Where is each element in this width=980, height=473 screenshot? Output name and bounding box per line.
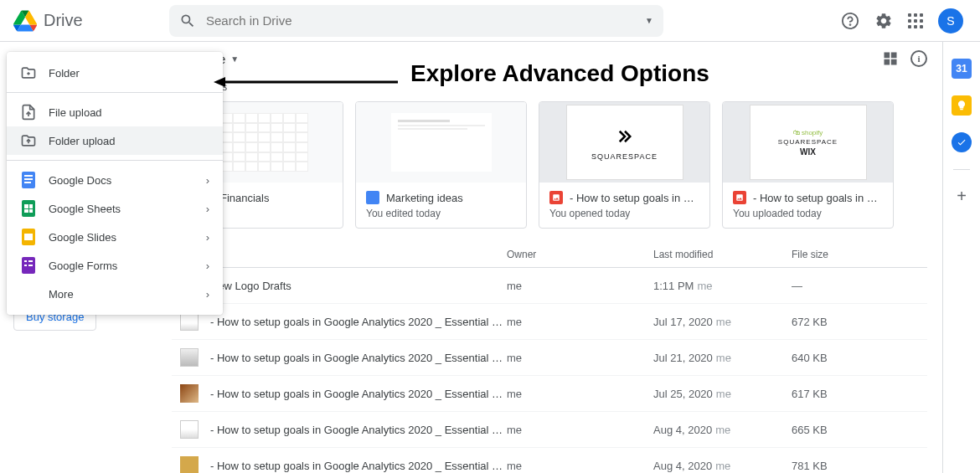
app-header: Drive ▼ S <box>0 0 980 42</box>
none-icon <box>20 285 37 302</box>
sheets-icon <box>20 200 37 217</box>
table-body: New Logo Draftsme1:11 PMme—- How to setu… <box>172 268 927 473</box>
chevron-down-icon: ▼ <box>230 54 239 64</box>
file-table: Name ↑ Owner Last modified File size New… <box>172 244 927 473</box>
file-size: 617 KB <box>792 388 884 400</box>
menu-item-google-forms[interactable]: Google Forms› <box>7 251 223 280</box>
file-size: 672 KB <box>792 316 884 328</box>
chevron-right-icon: › <box>206 231 209 244</box>
view-actions: i <box>882 50 927 67</box>
info-icon[interactable]: i <box>910 50 927 67</box>
file-type-icon <box>180 456 199 473</box>
file-size: — <box>792 280 884 292</box>
file-size: 665 KB <box>792 424 884 436</box>
svg-point-1 <box>850 24 851 25</box>
image-icon <box>549 191 563 204</box>
search-input[interactable] <box>206 13 635 28</box>
file-owner: me <box>507 316 653 328</box>
card-title: - How to setup goals in Google... <box>570 192 699 204</box>
card-thumbnail: 🛍 shopifySQUARESPACEWIX <box>723 102 893 183</box>
chevron-right-icon: › <box>206 288 209 301</box>
menu-item-label: Google Sheets <box>49 203 121 215</box>
add-panel-icon[interactable]: + <box>957 187 967 206</box>
docs-icon <box>20 172 37 188</box>
card-subtitle: You uploaded today <box>733 208 883 219</box>
calendar-icon[interactable]: 31 <box>952 59 972 79</box>
file-upload-icon <box>20 104 37 121</box>
file-owner: me <box>507 388 653 400</box>
file-name: - How to setup goals in Google Analytics… <box>210 424 507 436</box>
menu-item-label: Folder upload <box>49 135 116 147</box>
menu-item-label: Folder <box>49 67 80 80</box>
search-options-icon[interactable]: ▼ <box>645 16 653 25</box>
file-modified: Aug 4, 2020me <box>653 460 792 472</box>
apps-grid-icon[interactable] <box>908 13 923 28</box>
image-icon <box>733 191 746 204</box>
settings-icon[interactable] <box>874 12 893 30</box>
logo-area[interactable]: Drive <box>10 9 169 33</box>
search-bar[interactable]: ▼ <box>169 5 663 37</box>
card-subtitle: You edited today <box>366 208 516 219</box>
menu-item-folder-upload[interactable]: Folder upload <box>7 126 223 155</box>
file-type-icon <box>180 420 199 439</box>
file-row[interactable]: - How to setup goals in Google Analytics… <box>172 340 927 376</box>
header-modified[interactable]: Last modified <box>653 249 792 262</box>
slides-icon <box>20 229 37 245</box>
file-name: - How to setup goals in Google Analytics… <box>210 388 507 400</box>
chevron-right-icon: › <box>206 203 209 215</box>
menu-item-label: More <box>49 288 74 301</box>
grid-view-icon[interactable] <box>882 50 899 67</box>
header-actions: S <box>841 8 970 33</box>
menu-item-google-docs[interactable]: Google Docs› <box>7 166 223 194</box>
menu-item-file-upload[interactable]: File upload <box>7 98 223 126</box>
file-size: 640 KB <box>792 352 884 364</box>
svg-marker-7 <box>214 77 225 87</box>
app-name: Drive <box>44 11 83 30</box>
tasks-icon[interactable] <box>952 132 972 152</box>
quick-access-row: leo Financialsl todayMarketing ideasYou … <box>172 101 927 229</box>
keep-icon[interactable] <box>952 95 972 116</box>
side-panel: 31 + <box>943 42 980 473</box>
file-owner: me <box>507 352 653 364</box>
folder-new-icon <box>20 64 37 81</box>
file-modified: Jul 21, 2020me <box>653 352 792 364</box>
menu-item-google-slides[interactable]: Google Slides› <box>7 223 223 251</box>
file-owner: me <box>507 460 653 472</box>
card-thumbnail <box>356 102 526 183</box>
file-row[interactable]: - How to setup goals in Google Analytics… <box>172 412 927 448</box>
file-name: - How to setup goals in Google Analytics… <box>210 316 507 328</box>
menu-item-label: Google Slides <box>49 231 116 244</box>
card-subtitle: You opened today <box>549 208 699 219</box>
file-type-icon <box>180 384 199 403</box>
file-type-icon <box>180 312 199 331</box>
card-title: - How to setup goals in Google... <box>753 192 883 204</box>
annotation-text: Explore Advanced Options <box>410 60 709 87</box>
file-row[interactable]: - How to setup goals in Google Analytics… <box>172 304 927 340</box>
menu-item-label: Google Docs <box>49 174 111 187</box>
forms-icon <box>20 257 37 274</box>
file-type-icon <box>180 348 199 367</box>
menu-item-more[interactable]: More› <box>7 280 223 308</box>
header-size[interactable]: File size <box>792 249 884 262</box>
header-owner[interactable]: Owner <box>507 249 653 262</box>
card-thumbnail: SQUARESPACE <box>539 102 709 183</box>
menu-item-google-sheets[interactable]: Google Sheets› <box>7 194 223 223</box>
file-modified: Jul 17, 2020me <box>653 316 792 328</box>
file-name: - How to setup goals in Google Analytics… <box>210 352 507 364</box>
annotation-arrow-icon <box>214 74 398 90</box>
menu-item-label: Google Forms <box>49 260 117 272</box>
help-icon[interactable] <box>841 12 859 30</box>
card-title: Marketing ideas <box>386 192 463 204</box>
file-modified: 1:11 PMme <box>653 280 792 292</box>
file-modified: Jul 25, 2020me <box>653 388 792 400</box>
file-row[interactable]: - How to setup goals in Google Analytics… <box>172 448 927 473</box>
table-header: Name ↑ Owner Last modified File size <box>172 244 927 268</box>
user-avatar[interactable]: S <box>938 8 963 33</box>
menu-item-folder[interactable]: Folder <box>7 59 223 87</box>
new-context-menu: FolderFile uploadFolder uploadGoogle Doc… <box>7 52 223 315</box>
quick-access-card[interactable]: Marketing ideasYou edited today <box>355 101 527 229</box>
quick-access-card[interactable]: SQUARESPACE- How to setup goals in Googl… <box>539 101 710 229</box>
file-row[interactable]: New Logo Draftsme1:11 PMme— <box>172 268 927 304</box>
file-row[interactable]: - How to setup goals in Google Analytics… <box>172 376 927 412</box>
quick-access-card[interactable]: 🛍 shopifySQUARESPACEWIX- How to setup go… <box>722 101 894 229</box>
